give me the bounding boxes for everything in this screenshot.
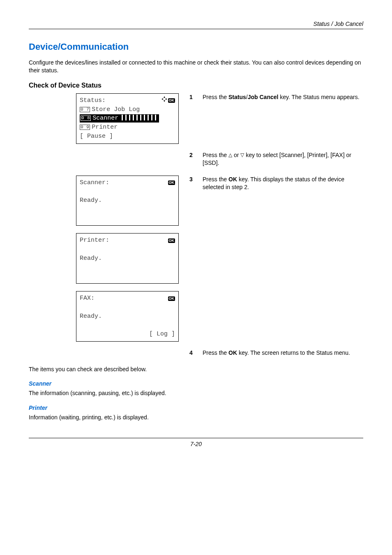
ok-badge-icon: OK [168,238,175,243]
step-1-b1: Status [228,94,246,100]
lcd-fax: FAX: OK Ready. [ Log ] [76,291,179,342]
lcd-scanner-blank3 [80,214,175,223]
lcd-line-09: 0 9Printer [80,123,175,132]
down-triangle-icon: ▽ [240,152,244,159]
lcd-softkey-log: [ Log ] [149,330,175,339]
step-1-post: key. The Status menu appears. [278,94,359,100]
lcd-printer-header: Printer: OK [80,236,175,245]
selection-stripes [119,115,158,120]
col-right-2: 2 Press the △ or ▽ key to select [Scanne… [189,151,363,176]
line-09-text: Printer [92,124,118,131]
step-3: 3 Press the OK key. This displays the st… [189,176,363,192]
lcd-line-08: 0 8Scanner [80,114,175,123]
col-right-3: 3 Press the OK key. This displays the st… [189,176,363,200]
section-heading: Device/Communication [29,42,363,52]
lcd-status: Status: OK 0 7 [76,93,179,144]
lcd-fax-body: Ready. [80,312,175,321]
lcd-line-07: 0 7Store Job Log [80,105,175,114]
lcd-printer-blank2 [80,263,175,272]
nav-arrows-icon [161,96,167,105]
lcd-fax-blank2 [80,321,175,330]
ok-badge-icon: OK [168,98,175,103]
lcd-fax-title: FAX: [80,294,95,303]
step-1-b2: Job Cancel [248,94,279,100]
line-08-text: Scanner [92,115,118,122]
page-number: 7-20 [190,441,202,447]
lcd-printer-body: Ready. [80,254,175,263]
step-3-num: 3 [189,176,195,192]
page: Status / Job Cancel Device/Communication… [0,0,392,460]
col-right-4: 4 Press the OK key. The screen returns t… [189,349,363,365]
row-2: 2 Press the △ or ▽ key to select [Scanne… [29,151,363,176]
lcd-printer-blank1 [80,245,175,254]
step-4-body: Press the OK key. The screen returns to … [203,349,363,357]
lcd-scanner-blank1 [80,187,175,196]
col-left-1: Status: OK 0 7 [29,93,179,151]
scanner-heading: Scanner [29,380,363,387]
step-2-num: 2 [189,151,195,167]
printer-paragraph: Information (waiting, printing, etc.) is… [29,414,363,421]
nav-ok-indicator: OK [161,96,175,105]
line-07-text: Store Job Log [92,106,140,113]
step-4: 4 Press the OK key. The screen returns t… [189,349,363,357]
intro-paragraph: Configure the devices/lines installed or… [29,59,363,74]
step-2-body: Press the △ or ▽ key to select [Scanner]… [203,151,363,167]
lcd-fax-blank1 [80,303,175,312]
row-4: 4 Press the OK key. The screen returns t… [29,349,363,365]
col-left-3: Scanner: OK Ready. Printer: OK Ready. [29,176,179,349]
lcd-fax-header: FAX: OK [80,294,175,303]
line-num-09: 0 9 [80,125,90,130]
step-1: 1 Press the Status/Job Cancel key. The S… [189,93,363,102]
lcd-fax-softkey-row: [ Log ] [80,330,175,339]
step-1-num: 1 [189,93,195,102]
svg-marker-2 [161,98,163,100]
svg-marker-0 [164,96,165,98]
printer-heading: Printer [29,405,363,411]
lcd-status-header: Status: OK [80,96,175,105]
header-title: Status / Job Cancel [314,21,363,27]
scanner-paragraph: The information (scanning, pausing, etc.… [29,389,363,397]
row-1: Status: OK 0 7 [29,93,363,151]
lcd-scanner-blank2 [80,205,175,214]
lcd-scanner-header: Scanner: OK [80,178,175,187]
lcd-printer-blank3 [80,272,175,281]
page-footer: 7-20 [29,438,363,447]
lcd-status-title: Status: [80,96,106,105]
line-num-08: 0 8 [81,116,91,121]
step-3-body: Press the OK key. This displays the stat… [203,176,363,192]
up-triangle-icon: △ [228,152,232,159]
lcd-printer: Printer: OK Ready. [76,233,179,284]
col-right-1: 1 Press the Status/Job Cancel key. The S… [189,93,363,110]
subsection-heading: Check of Device Status [29,82,363,89]
ok-badge-icon: OK [168,296,175,301]
step-2: 2 Press the △ or ▽ key to select [Scanne… [189,151,363,167]
svg-marker-1 [164,100,165,102]
page-header: Status / Job Cancel [29,21,363,29]
lcd-scanner: Scanner: OK Ready. [76,176,179,226]
step-2-pre: Press the [203,152,228,158]
line-num-07: 0 7 [80,107,90,112]
step-1-pre: Press the [203,94,228,100]
lcd-softkey-pause: [ Pause ] [80,132,175,141]
step-1-body: Press the Status/Job Cancel key. The Sta… [203,93,363,102]
lcd-scanner-body: Ready. [80,196,175,205]
step-4-bold: OK [228,349,237,356]
lcd-printer-title: Printer: [80,236,109,245]
lower-lead: The items you can check are described be… [29,365,363,373]
step-4-pre: Press the [203,349,228,356]
step-2-mid: or [232,152,240,158]
step-4-post: key. The screen returns to the Status me… [237,349,350,356]
step-3-pre: Press the [203,176,228,183]
svg-marker-3 [166,98,167,100]
lcd-scanner-title: Scanner: [80,178,109,187]
ok-badge-icon: OK [168,180,175,185]
row-3: Scanner: OK Ready. Printer: OK Ready. [29,176,363,349]
step-4-num: 4 [189,349,195,357]
step-3-bold: OK [228,176,237,183]
